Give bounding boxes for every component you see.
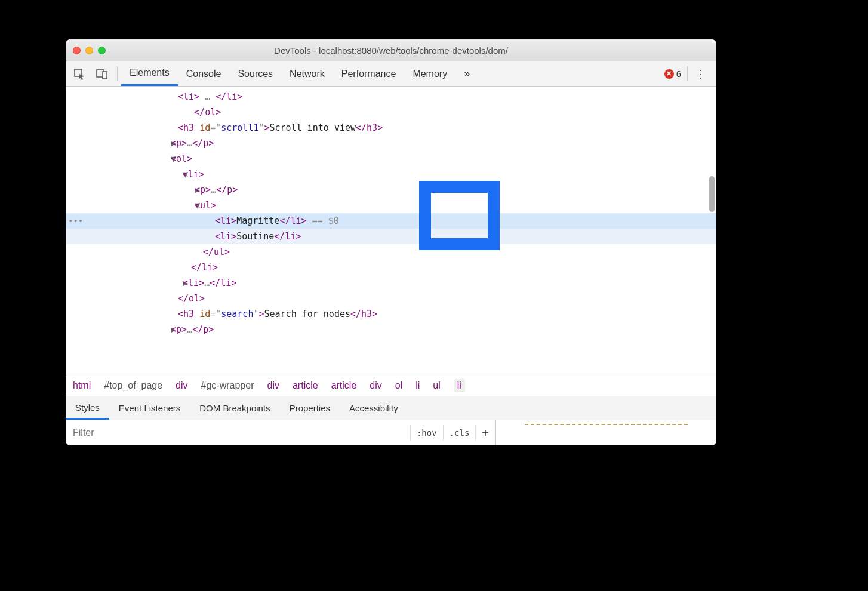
inspect-element-icon[interactable] (68, 68, 91, 80)
tab-console[interactable]: Console (178, 61, 230, 86)
styles-toolbar: :hov .cls + (66, 420, 716, 445)
dom-row[interactable]: </li> (66, 260, 716, 275)
window-title: DevTools - localhost:8080/web/tools/chro… (66, 45, 716, 56)
devtools-window: DevTools - localhost:8080/web/tools/chro… (66, 39, 716, 445)
selected-dots-icon: ••• (66, 213, 83, 229)
dom-row[interactable]: ▶<p>…</p> (66, 182, 716, 198)
toolbar-separator (117, 66, 118, 81)
tab-performance[interactable]: Performance (333, 61, 405, 86)
subtab-dom-breakpoints[interactable]: DOM Breakpoints (190, 396, 279, 420)
breadcrumbs: html #top_of_page div #gc-wrapper div ar… (66, 375, 716, 396)
crumb[interactable]: div (370, 380, 381, 391)
panel-body: <li> … </li> </ol> <h3 id="scroll1">Scro… (66, 87, 716, 445)
sidebar-tabs: Styles Event Listeners DOM Breakpoints P… (66, 396, 716, 420)
tab-memory[interactable]: Memory (404, 61, 455, 86)
titlebar: DevTools - localhost:8080/web/tools/chro… (66, 39, 716, 61)
new-style-rule-button[interactable]: + (475, 425, 495, 440)
traffic-lights (73, 47, 106, 54)
toggle-classes-button[interactable]: .cls (443, 425, 476, 440)
settings-menu-icon[interactable]: ⋮ (688, 67, 714, 81)
close-window-button[interactable] (73, 47, 81, 54)
dom-row[interactable]: </ol> (66, 291, 716, 306)
tab-elements[interactable]: Elements (121, 61, 178, 86)
crumb[interactable]: div (176, 380, 187, 391)
dom-row[interactable]: ▼<li> (66, 167, 716, 182)
dom-row[interactable]: </ol> (66, 104, 716, 120)
box-model-panel (495, 420, 716, 445)
error-count-value: 6 (676, 69, 681, 79)
crumb[interactable]: ol (395, 380, 402, 391)
dom-tree[interactable]: <li> … </li> </ol> <h3 id="scroll1">Scro… (66, 87, 716, 375)
subtab-styles[interactable]: Styles (66, 396, 109, 420)
tab-sources[interactable]: Sources (229, 61, 281, 86)
dom-row[interactable]: <h3 id="scroll1">Scroll into view</h3> (66, 120, 716, 136)
devtools-toolbar: Elements Console Sources Network Perform… (66, 61, 716, 87)
crumb[interactable]: ul (433, 380, 440, 391)
crumb[interactable]: html (73, 380, 91, 391)
crumb[interactable]: article (293, 380, 318, 391)
dom-row[interactable]: <li>Soutine</li> (66, 229, 716, 244)
svg-rect-2 (103, 72, 107, 79)
dom-row-selected[interactable]: •••<li>Magritte</li> == $0 (66, 213, 716, 229)
dom-row[interactable]: ▼<ol> (66, 151, 716, 167)
crumb[interactable]: li (415, 380, 420, 391)
dom-row[interactable]: ▶<p>…</p> (66, 136, 716, 151)
error-badge-icon: ✕ (664, 69, 674, 79)
toggle-hover-button[interactable]: :hov (410, 425, 443, 440)
panel-tabs: Elements Console Sources Network Perform… (121, 61, 478, 86)
tab-network[interactable]: Network (281, 61, 333, 86)
dom-row[interactable]: <h3 id="search">Search for nodes</h3> (66, 306, 716, 322)
minimize-window-button[interactable] (85, 47, 93, 54)
subtab-event-listeners[interactable]: Event Listeners (109, 396, 190, 420)
tab-more-icon[interactable]: » (455, 61, 478, 86)
crumb[interactable]: article (331, 380, 357, 391)
subtab-accessibility[interactable]: Accessibility (340, 396, 408, 420)
styles-filter-input[interactable] (66, 427, 410, 438)
error-count[interactable]: ✕ 6 (658, 66, 688, 81)
dom-row[interactable]: ▶<li>…</li> (66, 275, 716, 291)
crumb-current[interactable]: li (454, 379, 465, 392)
zoom-window-button[interactable] (98, 47, 106, 54)
scrollbar-thumb[interactable] (709, 176, 715, 212)
dom-row[interactable]: <li> … </li> (66, 89, 716, 104)
crumb[interactable]: div (267, 380, 279, 391)
subtab-properties[interactable]: Properties (280, 396, 340, 420)
crumb[interactable]: #top_of_page (104, 380, 162, 391)
device-toggle-icon[interactable] (91, 68, 113, 80)
highlight-overlay-icon (419, 181, 500, 250)
dom-row[interactable]: ▶<p>…</p> (66, 322, 716, 337)
dom-row[interactable]: </ul> (66, 244, 716, 260)
dom-row[interactable]: ▼<ul> (66, 198, 716, 213)
crumb[interactable]: #gc-wrapper (201, 380, 254, 391)
